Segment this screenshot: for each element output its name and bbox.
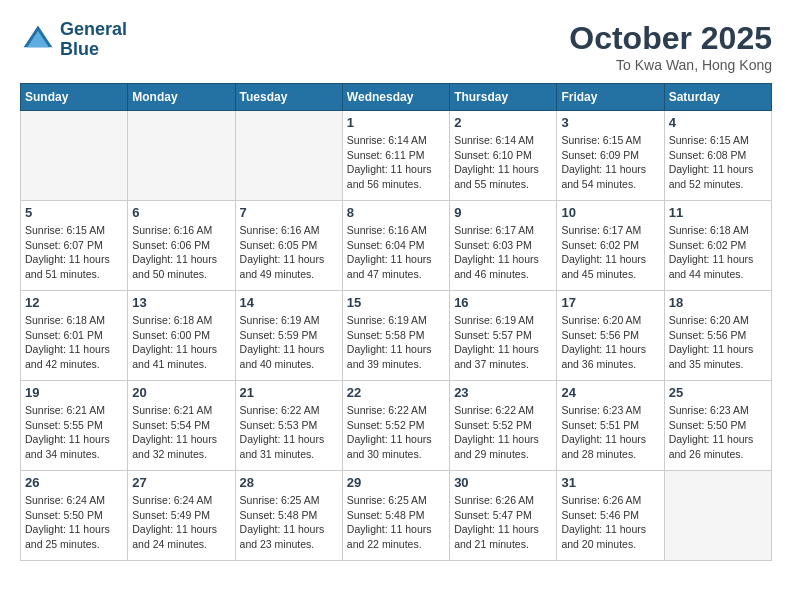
day-info: Sunrise: 6:19 AMSunset: 5:58 PMDaylight:… — [347, 313, 445, 372]
day-number: 30 — [454, 475, 552, 490]
day-number: 11 — [669, 205, 767, 220]
calendar-cell: 27Sunrise: 6:24 AMSunset: 5:49 PMDayligh… — [128, 471, 235, 561]
day-number: 19 — [25, 385, 123, 400]
calendar-cell: 22Sunrise: 6:22 AMSunset: 5:52 PMDayligh… — [342, 381, 449, 471]
day-number: 12 — [25, 295, 123, 310]
calendar-header-row: Sunday Monday Tuesday Wednesday Thursday… — [21, 84, 772, 111]
day-info: Sunrise: 6:14 AMSunset: 6:11 PMDaylight:… — [347, 133, 445, 192]
day-info: Sunrise: 6:26 AMSunset: 5:47 PMDaylight:… — [454, 493, 552, 552]
calendar-cell: 19Sunrise: 6:21 AMSunset: 5:55 PMDayligh… — [21, 381, 128, 471]
calendar-cell: 26Sunrise: 6:24 AMSunset: 5:50 PMDayligh… — [21, 471, 128, 561]
calendar-cell: 4Sunrise: 6:15 AMSunset: 6:08 PMDaylight… — [664, 111, 771, 201]
calendar-cell: 28Sunrise: 6:25 AMSunset: 5:48 PMDayligh… — [235, 471, 342, 561]
day-info: Sunrise: 6:21 AMSunset: 5:55 PMDaylight:… — [25, 403, 123, 462]
day-number: 13 — [132, 295, 230, 310]
day-number: 26 — [25, 475, 123, 490]
day-info: Sunrise: 6:15 AMSunset: 6:08 PMDaylight:… — [669, 133, 767, 192]
day-info: Sunrise: 6:16 AMSunset: 6:04 PMDaylight:… — [347, 223, 445, 282]
month-title: October 2025 — [569, 20, 772, 57]
day-number: 25 — [669, 385, 767, 400]
day-info: Sunrise: 6:16 AMSunset: 6:06 PMDaylight:… — [132, 223, 230, 282]
day-number: 5 — [25, 205, 123, 220]
day-number: 9 — [454, 205, 552, 220]
day-number: 27 — [132, 475, 230, 490]
calendar-cell: 18Sunrise: 6:20 AMSunset: 5:56 PMDayligh… — [664, 291, 771, 381]
calendar-cell: 29Sunrise: 6:25 AMSunset: 5:48 PMDayligh… — [342, 471, 449, 561]
title-block: October 2025 To Kwa Wan, Hong Kong — [569, 20, 772, 73]
calendar-cell: 14Sunrise: 6:19 AMSunset: 5:59 PMDayligh… — [235, 291, 342, 381]
week-row-2: 5Sunrise: 6:15 AMSunset: 6:07 PMDaylight… — [21, 201, 772, 291]
day-info: Sunrise: 6:22 AMSunset: 5:52 PMDaylight:… — [454, 403, 552, 462]
day-info: Sunrise: 6:15 AMSunset: 6:07 PMDaylight:… — [25, 223, 123, 282]
day-info: Sunrise: 6:24 AMSunset: 5:49 PMDaylight:… — [132, 493, 230, 552]
day-info: Sunrise: 6:21 AMSunset: 5:54 PMDaylight:… — [132, 403, 230, 462]
day-info: Sunrise: 6:26 AMSunset: 5:46 PMDaylight:… — [561, 493, 659, 552]
col-monday: Monday — [128, 84, 235, 111]
day-number: 14 — [240, 295, 338, 310]
week-row-3: 12Sunrise: 6:18 AMSunset: 6:01 PMDayligh… — [21, 291, 772, 381]
calendar-cell: 7Sunrise: 6:16 AMSunset: 6:05 PMDaylight… — [235, 201, 342, 291]
logo-text: General Blue — [60, 20, 127, 60]
calendar-cell: 25Sunrise: 6:23 AMSunset: 5:50 PMDayligh… — [664, 381, 771, 471]
day-info: Sunrise: 6:20 AMSunset: 5:56 PMDaylight:… — [669, 313, 767, 372]
day-info: Sunrise: 6:25 AMSunset: 5:48 PMDaylight:… — [240, 493, 338, 552]
location: To Kwa Wan, Hong Kong — [569, 57, 772, 73]
calendar-cell: 21Sunrise: 6:22 AMSunset: 5:53 PMDayligh… — [235, 381, 342, 471]
day-info: Sunrise: 6:23 AMSunset: 5:50 PMDaylight:… — [669, 403, 767, 462]
day-number: 31 — [561, 475, 659, 490]
day-number: 20 — [132, 385, 230, 400]
calendar-cell: 2Sunrise: 6:14 AMSunset: 6:10 PMDaylight… — [450, 111, 557, 201]
day-info: Sunrise: 6:25 AMSunset: 5:48 PMDaylight:… — [347, 493, 445, 552]
col-thursday: Thursday — [450, 84, 557, 111]
day-number: 22 — [347, 385, 445, 400]
day-info: Sunrise: 6:18 AMSunset: 6:01 PMDaylight:… — [25, 313, 123, 372]
day-info: Sunrise: 6:20 AMSunset: 5:56 PMDaylight:… — [561, 313, 659, 372]
calendar-cell: 24Sunrise: 6:23 AMSunset: 5:51 PMDayligh… — [557, 381, 664, 471]
day-number: 8 — [347, 205, 445, 220]
day-number: 18 — [669, 295, 767, 310]
day-info: Sunrise: 6:24 AMSunset: 5:50 PMDaylight:… — [25, 493, 123, 552]
day-number: 4 — [669, 115, 767, 130]
day-number: 23 — [454, 385, 552, 400]
col-wednesday: Wednesday — [342, 84, 449, 111]
week-row-4: 19Sunrise: 6:21 AMSunset: 5:55 PMDayligh… — [21, 381, 772, 471]
calendar-cell: 23Sunrise: 6:22 AMSunset: 5:52 PMDayligh… — [450, 381, 557, 471]
calendar-cell: 8Sunrise: 6:16 AMSunset: 6:04 PMDaylight… — [342, 201, 449, 291]
day-number: 2 — [454, 115, 552, 130]
calendar-cell: 12Sunrise: 6:18 AMSunset: 6:01 PMDayligh… — [21, 291, 128, 381]
calendar-cell: 17Sunrise: 6:20 AMSunset: 5:56 PMDayligh… — [557, 291, 664, 381]
day-number: 1 — [347, 115, 445, 130]
day-info: Sunrise: 6:18 AMSunset: 6:00 PMDaylight:… — [132, 313, 230, 372]
day-info: Sunrise: 6:18 AMSunset: 6:02 PMDaylight:… — [669, 223, 767, 282]
calendar-cell: 1Sunrise: 6:14 AMSunset: 6:11 PMDaylight… — [342, 111, 449, 201]
col-tuesday: Tuesday — [235, 84, 342, 111]
calendar-cell: 31Sunrise: 6:26 AMSunset: 5:46 PMDayligh… — [557, 471, 664, 561]
calendar-cell: 30Sunrise: 6:26 AMSunset: 5:47 PMDayligh… — [450, 471, 557, 561]
logo-icon — [20, 22, 56, 58]
day-number: 3 — [561, 115, 659, 130]
day-number: 16 — [454, 295, 552, 310]
calendar-cell: 3Sunrise: 6:15 AMSunset: 6:09 PMDaylight… — [557, 111, 664, 201]
day-number: 29 — [347, 475, 445, 490]
day-number: 21 — [240, 385, 338, 400]
calendar-cell — [21, 111, 128, 201]
week-row-5: 26Sunrise: 6:24 AMSunset: 5:50 PMDayligh… — [21, 471, 772, 561]
calendar-cell: 13Sunrise: 6:18 AMSunset: 6:00 PMDayligh… — [128, 291, 235, 381]
calendar-cell: 10Sunrise: 6:17 AMSunset: 6:02 PMDayligh… — [557, 201, 664, 291]
day-info: Sunrise: 6:14 AMSunset: 6:10 PMDaylight:… — [454, 133, 552, 192]
col-friday: Friday — [557, 84, 664, 111]
calendar-cell: 16Sunrise: 6:19 AMSunset: 5:57 PMDayligh… — [450, 291, 557, 381]
day-number: 10 — [561, 205, 659, 220]
calendar-cell — [664, 471, 771, 561]
calendar-cell: 5Sunrise: 6:15 AMSunset: 6:07 PMDaylight… — [21, 201, 128, 291]
day-number: 28 — [240, 475, 338, 490]
day-info: Sunrise: 6:23 AMSunset: 5:51 PMDaylight:… — [561, 403, 659, 462]
logo: General Blue — [20, 20, 127, 60]
day-number: 24 — [561, 385, 659, 400]
day-info: Sunrise: 6:17 AMSunset: 6:02 PMDaylight:… — [561, 223, 659, 282]
calendar-cell: 20Sunrise: 6:21 AMSunset: 5:54 PMDayligh… — [128, 381, 235, 471]
day-number: 17 — [561, 295, 659, 310]
calendar-cell: 11Sunrise: 6:18 AMSunset: 6:02 PMDayligh… — [664, 201, 771, 291]
col-saturday: Saturday — [664, 84, 771, 111]
day-number: 15 — [347, 295, 445, 310]
